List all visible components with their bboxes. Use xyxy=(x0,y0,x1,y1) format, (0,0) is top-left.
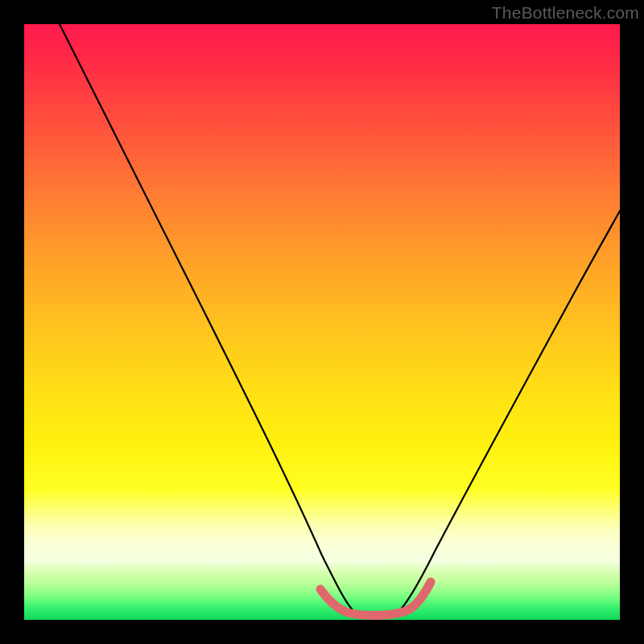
bottleneck-curve xyxy=(60,24,620,612)
plot-area xyxy=(24,24,620,620)
chart-frame: TheBottleneck.com xyxy=(0,0,644,644)
optimal-range-highlight xyxy=(320,582,431,615)
watermark-text: TheBottleneck.com xyxy=(492,3,639,23)
curve-layer xyxy=(24,24,620,620)
